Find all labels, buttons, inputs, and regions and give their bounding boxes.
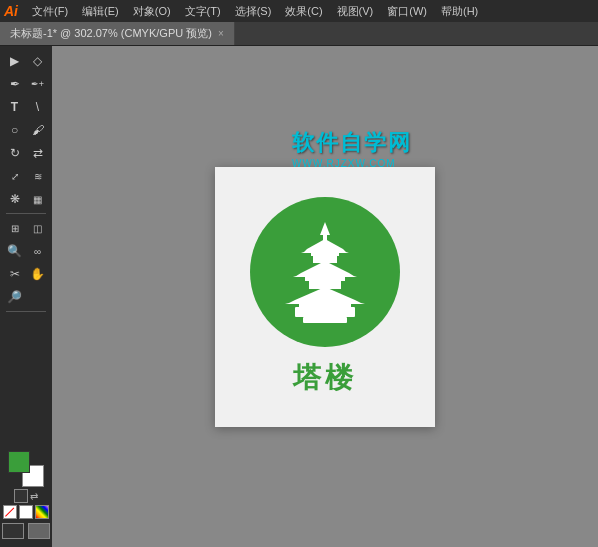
color-mode-row	[3, 505, 49, 519]
swap-colors-icon[interactable]: ⇄	[30, 491, 38, 502]
svg-marker-8	[295, 287, 355, 300]
pagoda-icon	[275, 217, 375, 327]
tab-title: 未标题-1* @ 302.07% (CMYK/GPU 预览)	[10, 26, 212, 41]
scale-tool[interactable]: ⤢	[4, 165, 26, 187]
toolbar-separator-2	[6, 311, 46, 312]
tool-row-type: T \	[4, 96, 49, 118]
menu-window[interactable]: 窗口(W)	[381, 2, 433, 21]
tool-row-symbol: ❋ ▦	[4, 188, 49, 210]
extra-tool[interactable]	[27, 286, 49, 308]
color-boxes: ⇄	[2, 451, 50, 543]
svg-marker-2	[307, 239, 343, 249]
tool-row-selection: ▶ ◇	[4, 50, 49, 72]
zoom-tool[interactable]: 🔎	[4, 286, 26, 308]
color-extras	[2, 523, 50, 539]
svg-rect-11	[303, 317, 347, 323]
menu-help[interactable]: 帮助(H)	[435, 2, 484, 21]
tool-row-zoom: 🔎	[4, 286, 49, 308]
tool-row-shape: ○ 🖌	[4, 119, 49, 141]
graph-tool[interactable]: ▦	[27, 188, 49, 210]
tool-row-pen: ✒ ✒+	[4, 73, 49, 95]
menu-select[interactable]: 选择(S)	[229, 2, 278, 21]
menu-object[interactable]: 对象(O)	[127, 2, 177, 21]
white-color[interactable]	[19, 505, 33, 519]
tool-row-scale: ⤢ ≋	[4, 165, 49, 187]
tab-bar: 未标题-1* @ 302.07% (CMYK/GPU 预览) ×	[0, 22, 598, 46]
rotate-tool[interactable]: ↻	[4, 142, 26, 164]
gradient-tool[interactable]: ◫	[27, 217, 49, 239]
default-colors-icon[interactable]	[14, 489, 28, 503]
svg-rect-10	[295, 307, 355, 317]
watermark: 软件自学网 WWW.RJZXW.COM	[292, 128, 412, 169]
svg-marker-0	[320, 222, 330, 235]
hand-tool[interactable]: ✋	[27, 263, 49, 285]
direct-selection-tool[interactable]: ◇	[27, 50, 49, 72]
pen-tool[interactable]: ✒	[4, 73, 26, 95]
menu-effect[interactable]: 效果(C)	[279, 2, 328, 21]
ellipse-tool[interactable]: ○	[4, 119, 26, 141]
menu-bar: Ai 文件(F) 编辑(E) 对象(O) 文字(T) 选择(S) 效果(C) 视…	[0, 0, 598, 22]
mesh-tool[interactable]: ⊞	[4, 217, 26, 239]
menu-edit[interactable]: 编辑(E)	[76, 2, 125, 21]
tool-row-mesh: ⊞ ◫	[4, 217, 49, 239]
selection-tool[interactable]: ▶	[4, 50, 26, 72]
color-extra-1[interactable]	[2, 523, 24, 539]
blend-tool[interactable]: ∞	[27, 240, 49, 262]
logo-circle	[250, 197, 400, 347]
color-reset-row: ⇄	[14, 489, 38, 503]
document-tab[interactable]: 未标题-1* @ 302.07% (CMYK/GPU 预览) ×	[0, 22, 235, 45]
app-logo: Ai	[4, 3, 18, 19]
svg-marker-5	[301, 261, 349, 273]
fg-bg-colors[interactable]	[8, 451, 44, 487]
none-color[interactable]	[3, 505, 17, 519]
toolbar-separator	[6, 213, 46, 214]
menu-view[interactable]: 视图(V)	[331, 2, 380, 21]
type-tool[interactable]: T	[4, 96, 26, 118]
menu-file[interactable]: 文件(F)	[26, 2, 74, 21]
color-extra-2[interactable]	[28, 523, 50, 539]
scissors-tool[interactable]: ✂	[4, 263, 26, 285]
foreground-color[interactable]	[8, 451, 30, 473]
tool-row-eyedropper: 🔍 ∞	[4, 240, 49, 262]
menu-type[interactable]: 文字(T)	[179, 2, 227, 21]
watermark-main-text: 软件自学网	[292, 128, 412, 158]
toolbar: ▶ ◇ ✒ ✒+ T \ ○ 🖌 ↻ ⇄ ⤢ ≋ ❋ ▦ ⊞ ◫	[0, 46, 52, 547]
menu-items: 文件(F) 编辑(E) 对象(O) 文字(T) 选择(S) 效果(C) 视图(V…	[26, 2, 484, 21]
add-anchor-tool[interactable]: ✒+	[27, 73, 49, 95]
gradient-color[interactable]	[35, 505, 49, 519]
reflect-tool[interactable]: ⇄	[27, 142, 49, 164]
artwork-title: 塔楼	[293, 359, 357, 397]
canvas-area: 塔楼 软件自学网 WWW.RJZXW.COM	[52, 46, 598, 547]
symbol-tool[interactable]: ❋	[4, 188, 26, 210]
line-tool[interactable]: \	[27, 96, 49, 118]
tool-row-scissors: ✂ ✋	[4, 263, 49, 285]
eyedropper-tool[interactable]: 🔍	[4, 240, 26, 262]
tab-close-button[interactable]: ×	[218, 28, 224, 39]
main-area: ▶ ◇ ✒ ✒+ T \ ○ 🖌 ↻ ⇄ ⤢ ≋ ❋ ▦ ⊞ ◫	[0, 46, 598, 547]
artboard: 塔楼	[215, 167, 435, 427]
warp-tool[interactable]: ≋	[27, 165, 49, 187]
tool-row-transform: ↻ ⇄	[4, 142, 49, 164]
paintbrush-tool[interactable]: 🖌	[27, 119, 49, 141]
